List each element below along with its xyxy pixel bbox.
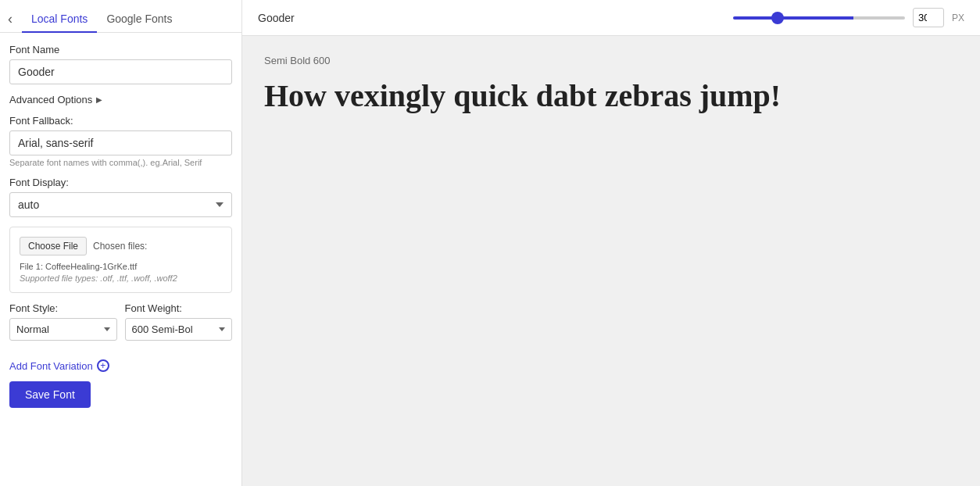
font-display-field: Font Display: auto swap block fallback o… [9, 177, 232, 217]
style-weight-row: Font Style: Normal Italic Oblique Font W… [9, 302, 232, 341]
form-content: Font Name Advanced Options ▶ Font Fallba… [0, 33, 241, 352]
tab-local-fonts[interactable]: Local Fonts [22, 6, 97, 33]
add-variation-icon: + [97, 359, 109, 372]
preview-text: How vexingly quick dabt zebras jump! [264, 77, 958, 115]
tabs-bar: ‹ Local Fonts Google Fonts [0, 0, 241, 33]
font-fallback-field: Font Fallback: Separate font names with … [9, 115, 232, 167]
preview-header: Gooder PX [242, 0, 980, 36]
back-button[interactable]: ‹ [8, 8, 19, 30]
font-fallback-hint: Separate font names with comma(,). eg.Ar… [9, 158, 232, 167]
font-name-field: Font Name [9, 44, 232, 84]
font-weight-label: Font Weight: [125, 302, 233, 314]
advanced-options-label: Advanced Options [9, 94, 92, 105]
font-fallback-label: Font Fallback: [9, 115, 232, 127]
file-name-text: File 1: CoffeeHealing-1GrKe.ttf [20, 262, 222, 271]
right-panel: Gooder PX Semi Bold 600 How vexingly qui… [242, 0, 980, 486]
preview-style-name: Semi Bold 600 [264, 55, 958, 66]
file-upload-box: Choose File Chosen files: File 1: Coffee… [9, 227, 232, 293]
font-name-input[interactable] [9, 59, 232, 84]
font-fallback-input[interactable] [9, 130, 232, 155]
font-style-col: Font Style: Normal Italic Oblique [9, 302, 117, 341]
left-panel: ‹ Local Fonts Google Fonts Font Name Adv… [0, 0, 242, 486]
font-name-label: Font Name [9, 44, 232, 55]
advanced-options-toggle[interactable]: Advanced Options ▶ [9, 94, 232, 105]
font-style-select[interactable]: Normal Italic Oblique [9, 318, 117, 341]
slider-section: PX [733, 8, 964, 27]
font-size-slider[interactable] [733, 16, 905, 20]
font-display-label: Font Display: [9, 177, 232, 188]
chosen-files-label: Chosen files: [93, 241, 147, 252]
add-variation-label: Add Font Variation [9, 360, 93, 372]
supported-types-text: Supported file types: .otf, .ttf, .woff,… [20, 273, 222, 283]
preview-font-name: Gooder [258, 12, 295, 24]
font-weight-col: Font Weight: 100 Thin 200 Extra Light 30… [125, 302, 233, 341]
tab-google-fonts[interactable]: Google Fonts [97, 6, 181, 33]
font-weight-select[interactable]: 100 Thin 200 Extra Light 300 Light 400 R… [125, 318, 233, 341]
px-label: PX [952, 13, 964, 23]
font-display-select[interactable]: auto swap block fallback optional [9, 192, 232, 217]
choose-file-button[interactable]: Choose File [20, 237, 87, 256]
preview-content: Semi Bold 600 How vexingly quick dabt ze… [242, 36, 980, 486]
file-upload-row: Choose File Chosen files: [20, 237, 222, 256]
save-font-button[interactable]: Save Font [9, 381, 91, 408]
advanced-options-arrow: ▶ [96, 95, 102, 104]
font-style-label: Font Style: [9, 302, 117, 314]
font-size-input[interactable] [913, 8, 944, 27]
bottom-actions: Add Font Variation + Save Font [0, 352, 241, 420]
add-font-variation-button[interactable]: Add Font Variation + [9, 359, 232, 372]
